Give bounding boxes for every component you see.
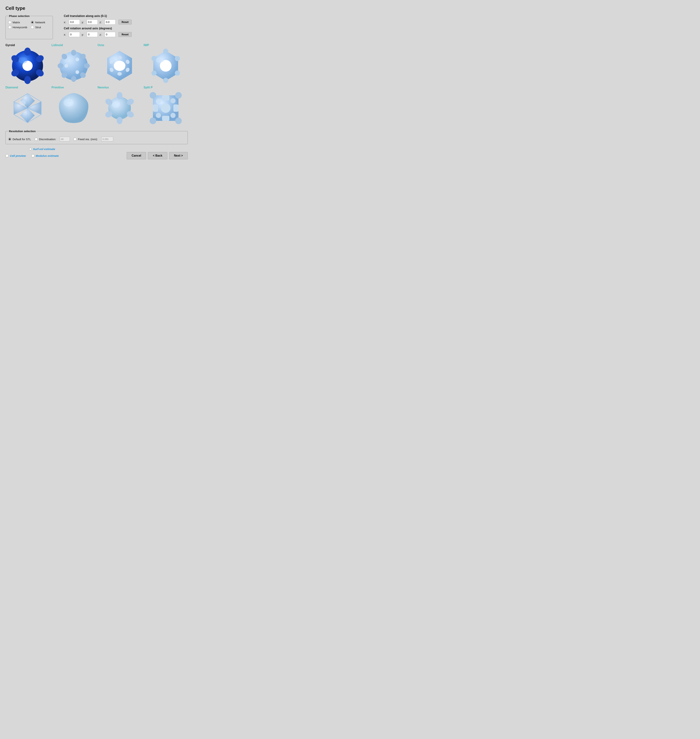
cell-label-split-p: Split P (144, 86, 188, 89)
svg-point-33 (175, 56, 180, 61)
cell-item-neovius[interactable]: Neovius (97, 86, 142, 126)
svg-rect-60 (162, 95, 169, 100)
svg-point-24 (118, 56, 122, 60)
cell-shape-diamond (9, 90, 46, 126)
svg-point-16 (57, 63, 63, 68)
translation-z-input[interactable] (104, 19, 116, 25)
resolution-fixed-res-label[interactable]: Fixed res. (mm): (74, 138, 98, 141)
phase-honeycomb-radio[interactable] (8, 26, 11, 29)
phase-strut-radio[interactable] (31, 26, 34, 29)
resolution-default-stl-radio[interactable] (8, 138, 11, 141)
cell-preview-radio[interactable] (6, 154, 9, 157)
translation-x-input[interactable] (69, 19, 80, 25)
resolution-discretisation-text: Discretisation: (39, 138, 56, 141)
svg-point-34 (175, 71, 180, 76)
cell-item-iwp[interactable]: IWP (144, 44, 188, 84)
svg-point-14 (71, 76, 76, 82)
cell-item-lidinoid[interactable]: Lidinoid (51, 44, 96, 84)
rotation-x-input[interactable] (69, 32, 80, 37)
cell-shape-iwp (147, 48, 184, 84)
translation-rotation-section: Cell translation along axis (0-1) x: y: … (64, 15, 188, 39)
cell-label-diamond: Diamond (6, 86, 50, 89)
svg-point-37 (151, 56, 157, 61)
next-button[interactable]: Next > (169, 152, 188, 159)
cell-preview-label[interactable]: Cell preview (6, 154, 26, 157)
svg-point-1 (24, 48, 31, 56)
cell-label-octo: Octo (97, 44, 142, 47)
cell-shape-octo (101, 48, 138, 84)
cell-item-primitive[interactable]: Primitive (51, 86, 96, 126)
modulus-estimate-radio[interactable] (31, 154, 34, 157)
cell-shape-split-p (147, 90, 184, 126)
svg-point-20 (65, 64, 68, 68)
translation-heading: Cell translation along axis (0-1) (64, 15, 188, 18)
svg-point-45 (63, 98, 74, 107)
svg-point-50 (117, 117, 122, 124)
svg-point-67 (171, 113, 175, 118)
page-title: Cell type (6, 6, 188, 11)
translation-y-input[interactable] (87, 19, 98, 25)
resolution-discretisation-radio[interactable] (35, 138, 38, 141)
rotation-y-input[interactable] (87, 32, 98, 37)
phase-honeycomb-label[interactable]: Honeycomb (8, 26, 27, 29)
surf-vol-radio[interactable] (29, 148, 32, 150)
phase-matrix-label[interactable]: Matrix (8, 21, 27, 24)
resolution-default-stl-text: Default for STL (13, 138, 31, 141)
svg-point-66 (156, 113, 161, 118)
translation-x-label: x: (64, 21, 67, 24)
phase-strut-text: Strut (35, 26, 41, 29)
cell-label-neovius: Neovius (97, 86, 142, 89)
cancel-button[interactable]: Cancel (127, 152, 146, 159)
svg-point-44 (19, 100, 26, 106)
phase-network-label[interactable]: Network (31, 21, 50, 24)
phase-grid: Matrix Network Honeycomb Strut (8, 21, 50, 29)
rotation-z-input[interactable] (104, 32, 116, 37)
modulus-estimate-label[interactable]: Modulus estimate (31, 154, 59, 157)
svg-point-57 (150, 118, 156, 124)
resolution-fixed-res-input[interactable] (101, 137, 113, 141)
cell-item-octo[interactable]: Octo (97, 44, 142, 84)
resolution-fieldset: Resolution selection Default for STL Dis… (6, 129, 188, 144)
rotation-y-label: y: (82, 33, 85, 36)
svg-point-58 (175, 118, 182, 124)
modulus-estimate-text: Modulus estimate (36, 154, 59, 157)
phase-strut-label[interactable]: Strut (31, 26, 50, 29)
rotation-z-label: z: (100, 33, 103, 36)
resolution-fixed-res-radio[interactable] (74, 138, 76, 141)
svg-point-56 (175, 92, 182, 98)
surf-vol-text: Surf-vol estimate (33, 147, 55, 151)
svg-point-10 (71, 50, 76, 56)
resolution-discretisation-label[interactable]: Discretisation: (35, 138, 56, 141)
back-button[interactable]: < Back (148, 152, 167, 159)
resolution-discretisation-input[interactable] (60, 137, 70, 141)
cell-type-grid: Gyroid Lidinoid (6, 44, 188, 126)
phase-matrix-radio[interactable] (8, 21, 11, 24)
cell-shape-neovius (101, 90, 138, 126)
svg-point-59 (161, 103, 171, 113)
cell-preview-text: Cell preview (10, 154, 26, 157)
svg-point-53 (112, 101, 120, 108)
translation-z-label: z: (100, 21, 103, 24)
cell-item-diamond[interactable]: Diamond (6, 86, 50, 126)
svg-point-55 (150, 92, 156, 98)
phase-selection-legend: Phase selection (8, 15, 30, 18)
phase-network-radio[interactable] (31, 21, 34, 24)
svg-point-65 (171, 98, 175, 103)
resolution-default-stl-label[interactable]: Default for STL (8, 138, 31, 141)
translation-reset-button[interactable]: Reset (119, 20, 132, 24)
cell-item-gyroid[interactable]: Gyroid (6, 44, 50, 84)
translation-axis-row: x: y: z: Reset (64, 19, 188, 25)
svg-point-36 (151, 71, 157, 76)
translation-y-label: y: (82, 21, 85, 24)
svg-point-23 (114, 61, 125, 71)
surf-vol-row: Surf-vol estimate (6, 147, 188, 151)
svg-point-27 (118, 72, 122, 76)
rotation-reset-button[interactable]: Reset (119, 32, 132, 37)
cell-item-split-p[interactable]: Split P (144, 86, 188, 126)
cell-shape-gyroid (9, 48, 46, 84)
svg-point-47 (117, 92, 122, 99)
svg-point-35 (163, 78, 168, 83)
phase-network-text: Network (35, 21, 45, 24)
phase-matrix-text: Matrix (13, 21, 20, 24)
svg-point-30 (109, 56, 117, 62)
